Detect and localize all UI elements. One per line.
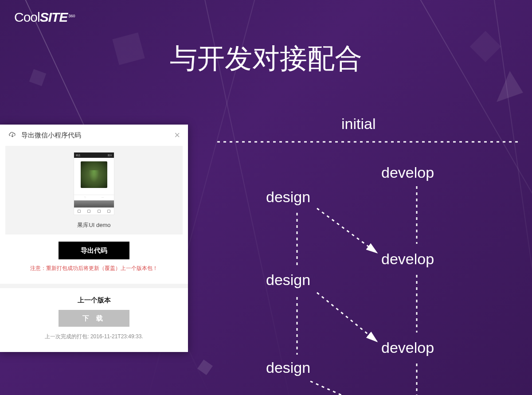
diagram-label-initial: initial bbox=[341, 115, 376, 133]
diagram-label-develop-1: develop bbox=[381, 164, 434, 181]
dialog-section-current: 精选图片 ♡⋯ 果库UI demo 导出代码 注意：重新打包成功后将更新（覆盖）… bbox=[0, 146, 188, 283]
last-build-timestamp: 上一次完成的打包: 2016-11-21T23:49:33. bbox=[5, 333, 183, 340]
previous-version-title: 上一个版本 bbox=[5, 296, 183, 305]
close-icon[interactable]: × bbox=[174, 131, 180, 139]
cloud-download-icon bbox=[8, 131, 17, 140]
diagram-label-develop-3: develop bbox=[381, 339, 434, 356]
svg-line-8 bbox=[310, 381, 350, 395]
brand-logo: CoolSITE360 bbox=[14, 10, 74, 25]
dialog-title: 导出微信小程序代码 bbox=[21, 131, 81, 140]
svg-line-7 bbox=[317, 293, 377, 341]
export-dialog: 导出微信小程序代码 × 精选图片 ♡⋯ 果库UI demo 导出代码 注意：重新… bbox=[0, 125, 188, 352]
diagram-label-design-1: design bbox=[266, 188, 310, 206]
logo-part1: Cool bbox=[14, 10, 40, 25]
diagram-label-develop-2: develop bbox=[381, 250, 434, 268]
logo-part2: SITE bbox=[40, 10, 68, 25]
preview-zone: 精选图片 ♡⋯ 果库UI demo bbox=[5, 146, 183, 235]
phone-preview-image bbox=[81, 161, 107, 188]
phone-tab-left: 精选 bbox=[76, 154, 80, 156]
logo-part3: 360 bbox=[68, 14, 75, 18]
phone-tab-right: 图片 bbox=[108, 154, 112, 156]
download-button[interactable]: 下 载 bbox=[59, 310, 129, 327]
warning-text: 注意：重新打包成功后将更新（覆盖）上一个版本包！ bbox=[5, 265, 183, 274]
preview-label: 果库UI demo bbox=[77, 221, 110, 229]
dialog-header: 导出微信小程序代码 × bbox=[0, 125, 188, 146]
phone-preview: 精选图片 ♡⋯ bbox=[74, 152, 114, 215]
diagram-label-design-3: design bbox=[266, 359, 310, 376]
svg-line-6 bbox=[317, 208, 377, 253]
page-title: 与开发对接配合 bbox=[0, 40, 532, 77]
workflow-diagram: initial design design design develop dev… bbox=[217, 115, 519, 390]
dialog-section-previous: 上一个版本 下 载 上一次完成的打包: 2016-11-21T23:49:33. bbox=[0, 284, 188, 352]
phone-preview-caption bbox=[74, 190, 114, 195]
diagram-label-design-2: design bbox=[266, 271, 310, 289]
export-code-button[interactable]: 导出代码 bbox=[59, 242, 129, 259]
